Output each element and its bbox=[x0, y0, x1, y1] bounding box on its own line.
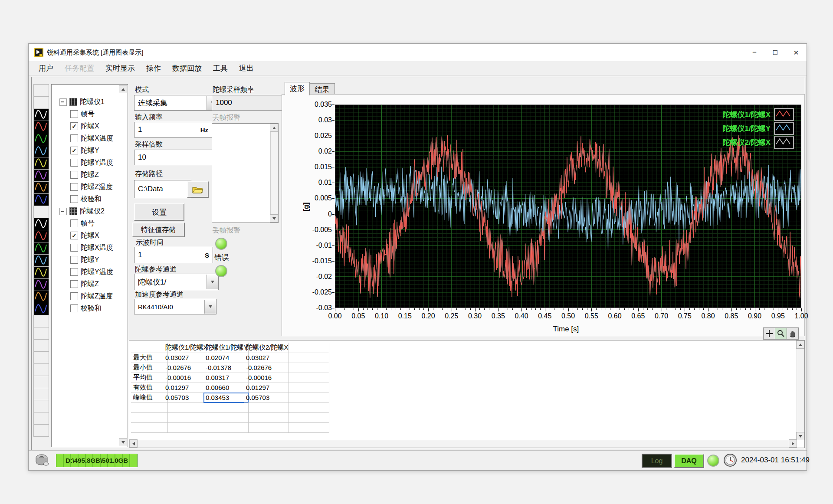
checkbox-checked[interactable]: ✓ bbox=[70, 122, 78, 130]
tree-scroll-up-button[interactable] bbox=[119, 85, 127, 93]
accel-ref-dropdown-button[interactable] bbox=[204, 300, 216, 314]
channel-style-box[interactable] bbox=[33, 278, 49, 291]
tree-item-2-8[interactable]: 校验和 bbox=[70, 302, 102, 314]
sample-mult-field[interactable]: 10 bbox=[134, 150, 212, 165]
tree-item-2-5[interactable]: 陀螺Y温度 bbox=[70, 266, 113, 278]
table-scroll-right-button[interactable] bbox=[789, 439, 797, 448]
drop-alarm-listbox[interactable] bbox=[212, 123, 279, 223]
table-value-cell[interactable]: -0.01378 bbox=[203, 363, 249, 373]
listbox-scroll-down-button[interactable] bbox=[270, 214, 278, 223]
checkbox-unchecked[interactable] bbox=[70, 159, 78, 167]
zoom-tool-button[interactable] bbox=[775, 327, 787, 340]
tree-item-1-3[interactable]: 陀螺X温度 bbox=[70, 132, 113, 144]
checkbox-unchecked[interactable] bbox=[70, 183, 78, 191]
log-toggle-button[interactable]: Log bbox=[642, 454, 672, 468]
table-value-cell[interactable]: -0.00016 bbox=[163, 373, 208, 383]
tab-results[interactable]: 结果 bbox=[309, 83, 335, 95]
legend-item-2[interactable]: 陀螺仪1/陀螺Y bbox=[722, 122, 794, 135]
waveform-chart[interactable] bbox=[335, 105, 801, 308]
channel-style-box[interactable] bbox=[33, 169, 49, 182]
checkbox-unchecked[interactable] bbox=[70, 244, 78, 252]
input-freq-field[interactable]: 1 Hz bbox=[134, 122, 212, 137]
channel-style-box[interactable] bbox=[33, 303, 49, 315]
checkbox-checked[interactable]: ✓ bbox=[70, 147, 78, 154]
checkbox-checked[interactable]: ✓ bbox=[70, 232, 78, 239]
channel-tree[interactable]: 陀螺仪1帧号✓陀螺X陀螺X温度✓陀螺Y陀螺Y温度陀螺Z陀螺Z温度校验和陀螺仪2帧… bbox=[51, 84, 128, 447]
channel-style-box[interactable] bbox=[33, 181, 49, 194]
storage-path-field[interactable]: C:\Data bbox=[134, 180, 191, 198]
menu-item-7[interactable]: 退出 bbox=[233, 63, 259, 73]
table-value-cell[interactable]: 0.00660 bbox=[203, 383, 249, 393]
channel-style-box[interactable] bbox=[33, 242, 49, 255]
expander-icon[interactable] bbox=[59, 98, 67, 106]
minimize-button[interactable]: − bbox=[744, 44, 765, 61]
table-value-cell[interactable]: 0.01297 bbox=[244, 383, 289, 393]
table-value-cell[interactable]: 0.03027 bbox=[163, 353, 208, 363]
table-value-cell[interactable]: 0.03027 bbox=[244, 353, 289, 363]
channel-style-box[interactable] bbox=[33, 230, 49, 242]
maximize-button[interactable]: □ bbox=[765, 44, 786, 61]
settings-button[interactable]: 设置 bbox=[134, 203, 184, 221]
table-value-cell[interactable]: 0.02074 bbox=[203, 353, 249, 363]
feature-store-button[interactable]: 特征值存储 bbox=[132, 223, 185, 237]
channel-style-box[interactable] bbox=[33, 108, 49, 121]
gyro-ref-dropdown-button[interactable] bbox=[207, 275, 218, 289]
table-value-cell[interactable]: 0.05703 bbox=[244, 393, 289, 403]
checkbox-unchecked[interactable] bbox=[70, 195, 78, 203]
checkbox-unchecked[interactable] bbox=[70, 219, 78, 227]
channel-style-box[interactable] bbox=[33, 157, 49, 170]
menu-item-1[interactable]: 用户 bbox=[33, 63, 59, 73]
tree-item-1-2[interactable]: ✓陀螺X bbox=[70, 120, 99, 132]
gyro-ref-dropdown[interactable]: 陀螺仪1/ bbox=[134, 274, 219, 290]
tree-item-1-1[interactable]: 帧号 bbox=[70, 108, 95, 120]
checkbox-unchecked[interactable] bbox=[70, 280, 78, 288]
table-value-cell[interactable]: -0.00016 bbox=[244, 373, 289, 383]
checkbox-unchecked[interactable] bbox=[70, 292, 78, 300]
close-button[interactable]: × bbox=[786, 44, 807, 61]
mode-dropdown[interactable]: 连续采集 bbox=[134, 95, 219, 111]
tree-item-1-5[interactable]: 陀螺Y温度 bbox=[70, 157, 113, 169]
checkbox-unchecked[interactable] bbox=[70, 268, 78, 276]
legend-item-1[interactable]: 陀螺仪1/陀螺X bbox=[722, 108, 794, 121]
daq-toggle-button[interactable]: DAQ bbox=[674, 454, 704, 468]
pan-tool-button[interactable] bbox=[787, 327, 799, 340]
table-scroll-left-button[interactable] bbox=[129, 439, 138, 448]
tree-scroll-down-button[interactable] bbox=[119, 438, 127, 446]
table-value-cell[interactable]: -0.02676 bbox=[244, 363, 289, 373]
tree-item-1-6[interactable]: 陀螺Z bbox=[70, 169, 99, 181]
table-value-cell[interactable]: 0.05703 bbox=[163, 393, 208, 403]
channel-style-box[interactable] bbox=[33, 145, 49, 157]
menu-item-6[interactable]: 工具 bbox=[207, 63, 233, 73]
channel-style-box[interactable] bbox=[33, 266, 49, 279]
table-value-cell[interactable]: 0.01297 bbox=[163, 383, 208, 393]
channel-style-box[interactable] bbox=[33, 218, 49, 230]
legend-plot-style-icon[interactable] bbox=[774, 122, 794, 135]
menu-item-5[interactable]: 数据回放 bbox=[167, 63, 207, 73]
cursor-tool-button[interactable] bbox=[763, 327, 775, 340]
tree-item-2-7[interactable]: 陀螺Z温度 bbox=[70, 290, 113, 302]
channel-style-box[interactable] bbox=[33, 254, 49, 267]
tree-item-2-1[interactable]: 帧号 bbox=[70, 217, 95, 229]
tree-item-1-7[interactable]: 陀螺Z温度 bbox=[70, 181, 113, 193]
channel-style-box[interactable] bbox=[33, 133, 49, 145]
table-value-cell[interactable]: 0.03453 bbox=[203, 393, 249, 403]
tree-item-1-8[interactable]: 校验和 bbox=[70, 193, 102, 205]
table-value-cell[interactable]: -0.02676 bbox=[163, 363, 208, 373]
tree-item-2-6[interactable]: 陀螺Z bbox=[70, 278, 99, 290]
checkbox-unchecked[interactable] bbox=[70, 171, 78, 179]
scope-time-field[interactable]: 1 S bbox=[134, 247, 213, 263]
expander-icon[interactable] bbox=[59, 208, 67, 215]
channel-style-box[interactable] bbox=[33, 121, 49, 133]
tree-item-2-4[interactable]: 陀螺Y bbox=[70, 254, 99, 266]
tab-waveform[interactable]: 波形 bbox=[285, 82, 310, 95]
legend-plot-style-icon[interactable] bbox=[774, 108, 794, 121]
checkbox-unchecked[interactable] bbox=[70, 304, 78, 312]
tree-item-2-3[interactable]: 陀螺X温度 bbox=[70, 242, 113, 254]
menu-item-3[interactable]: 实时显示 bbox=[100, 63, 141, 73]
table-value-cell[interactable]: 0.00317 bbox=[203, 373, 249, 383]
legend-item-3[interactable]: 陀螺仪2/陀螺X bbox=[722, 136, 794, 149]
legend-plot-style-icon[interactable] bbox=[774, 136, 794, 149]
channel-style-box[interactable] bbox=[33, 193, 49, 206]
accel-ref-dropdown[interactable]: RK4410/AI0 bbox=[134, 299, 216, 314]
checkbox-unchecked[interactable] bbox=[70, 256, 78, 264]
